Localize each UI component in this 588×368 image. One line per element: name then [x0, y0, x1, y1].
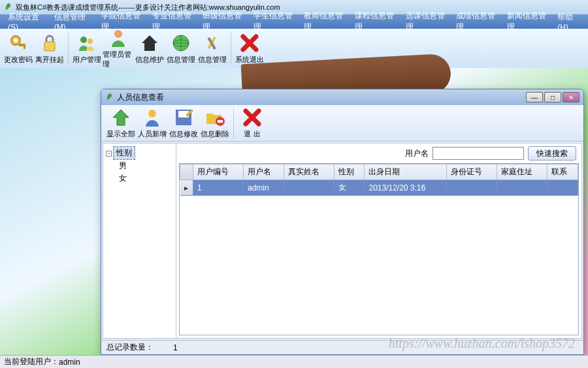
col-realname[interactable]: 真实姓名: [284, 164, 334, 180]
users-icon: [76, 33, 97, 54]
svg-point-6: [88, 38, 93, 44]
row-header-col: [180, 164, 193, 180]
btn-info-edit[interactable]: 信息修改: [168, 105, 199, 142]
table-row[interactable]: ▸ 1 admin 女 2013/12/20 3:16: [180, 180, 578, 196]
menu-course[interactable]: 课程信息管理: [350, 9, 400, 34]
col-address[interactable]: 家庭住址: [497, 164, 547, 180]
admin-icon: [108, 27, 129, 48]
dialog-toolbar: 显示全部 人员新增 信息修改 信息删除 退 出: [101, 105, 583, 142]
svg-point-7: [114, 30, 122, 38]
svg-point-12: [148, 110, 156, 117]
col-birth[interactable]: 出身日期: [365, 164, 447, 180]
arrow-up-icon: [110, 107, 131, 128]
btn-admin-manage[interactable]: 管理员管理: [103, 30, 134, 67]
btn-exit[interactable]: 退 出: [237, 105, 268, 142]
tree-item-male[interactable]: 男: [119, 160, 173, 172]
col-idcard[interactable]: 身份证号: [447, 164, 497, 180]
tree-panel: -性别 男 女: [103, 144, 176, 338]
col-username[interactable]: 用户名: [243, 164, 284, 180]
search-label: 用户名: [405, 148, 429, 159]
close-icon: [239, 33, 260, 54]
svg-rect-3: [24, 44, 25, 49]
btn-change-password[interactable]: 更改密码: [3, 30, 34, 67]
cell-contact[interactable]: [547, 180, 578, 196]
user-info-dialog: 人员信息查看 — □ ✕ 显示全部 人员新增 信息修改 信息删除 退 出: [101, 89, 584, 355]
menu-select[interactable]: 选课信息管理: [400, 9, 451, 34]
cell-idcard[interactable]: [447, 180, 497, 196]
person-icon: [142, 107, 163, 128]
record-count-value: 1: [173, 343, 178, 352]
separator: [233, 108, 234, 139]
maximize-button[interactable]: □: [544, 92, 561, 102]
btn-info-manage-1[interactable]: 信息管理: [165, 30, 197, 67]
save-edit-icon: [173, 107, 194, 128]
svg-point-1: [14, 38, 18, 42]
menu-score[interactable]: 成绩信息管理: [451, 9, 502, 34]
dialog-title-bar[interactable]: 人员信息查看 — □ ✕: [101, 89, 583, 105]
btn-info-delete[interactable]: 信息删除: [199, 105, 231, 142]
tree-toggle[interactable]: -: [106, 151, 112, 157]
quick-search-button[interactable]: 快速搜索: [528, 146, 576, 161]
search-row: 用户名 快速搜索: [176, 144, 581, 163]
close-button[interactable]: ✕: [563, 92, 580, 102]
record-count-label: 总记录数量：: [106, 342, 154, 353]
dialog-status-bar: 总记录数量： 1: [101, 340, 583, 354]
key-icon: [8, 33, 29, 54]
btn-user-manage[interactable]: 用户管理: [71, 30, 103, 67]
btn-show-all[interactable]: 显示全部: [105, 105, 137, 142]
globe-icon: [171, 33, 191, 54]
cell-username[interactable]: admin: [243, 180, 284, 196]
main-status-bar: 当前登陆用户： admin: [0, 355, 588, 368]
close-icon: [242, 107, 263, 128]
separator: [68, 33, 69, 64]
btn-person-add[interactable]: 人员新增: [137, 105, 168, 142]
btn-system-exit[interactable]: 系统退出: [234, 30, 265, 67]
menu-teacher[interactable]: 教师信息管理: [299, 9, 350, 34]
col-contact[interactable]: 联系: [547, 164, 578, 180]
data-grid[interactable]: 用户编号 用户名 真实姓名 性别 出身日期 身份证号 家庭住址 联系 ▸ 1 a…: [179, 163, 579, 335]
svg-point-5: [80, 37, 87, 43]
col-gender[interactable]: 性别: [334, 164, 365, 180]
lock-icon: [39, 33, 60, 54]
minimize-button[interactable]: —: [526, 92, 543, 102]
dialog-body: -性别 男 女 用户名 快速搜索 用户编号 用户名 真实姓名 性别 出身日期: [103, 143, 582, 339]
menu-bar: 系统设置(S) 信息管理(M) 学院信息管理 专业信息管理 班级信息管理 学生信…: [0, 14, 588, 29]
cell-birth[interactable]: 2013/12/20 3:16: [365, 180, 447, 196]
grid-empty-area: [180, 196, 578, 313]
col-userno[interactable]: 用户编号: [193, 164, 244, 180]
cell-gender[interactable]: 女: [334, 180, 365, 196]
folder-delete-icon: [204, 107, 225, 128]
dialog-title: 人员信息查看: [117, 92, 164, 103]
cell-userno[interactable]: 1: [193, 180, 244, 196]
separator: [231, 33, 231, 64]
btn-info-maintain[interactable]: 信息维护: [134, 30, 165, 67]
menu-help[interactable]: 帮助(H): [552, 10, 585, 33]
home-icon: [139, 33, 160, 54]
cell-address[interactable]: [497, 180, 547, 196]
menu-news[interactable]: 新闻信息管理: [502, 9, 553, 34]
btn-info-manage-2[interactable]: 信息管理: [197, 30, 228, 67]
btn-leave-suspend[interactable]: 离开挂起: [34, 30, 65, 67]
cell-realname[interactable]: [284, 180, 334, 196]
tools-icon: [202, 33, 223, 54]
tree-root-gender[interactable]: 性别: [113, 146, 135, 160]
current-user-label: 当前登陆用户：: [4, 356, 59, 367]
dialog-icon: [105, 93, 114, 102]
tree-item-female[interactable]: 女: [119, 172, 173, 185]
current-user-value: admin: [59, 358, 80, 367]
svg-rect-16: [218, 120, 223, 123]
search-input[interactable]: [433, 147, 524, 160]
right-panel: 用户名 快速搜索 用户编号 用户名 真实姓名 性别 出身日期 身份证号 家庭住址: [176, 144, 581, 338]
row-indicator: ▸: [180, 180, 193, 196]
svg-rect-4: [44, 42, 55, 51]
